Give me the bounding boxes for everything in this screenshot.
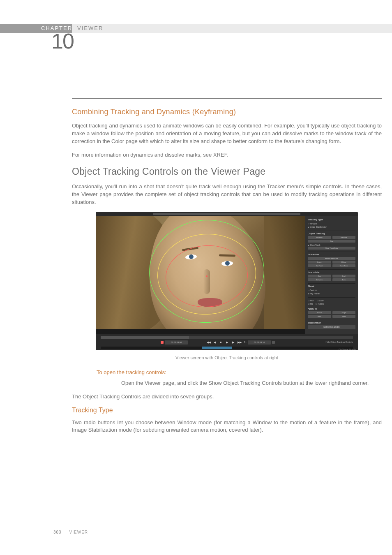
btn-play-icon[interactable]: ▶ <box>225 340 229 344</box>
panel-title-object-tracking: Object Tracking <box>308 232 355 235</box>
btn-apply-target[interactable]: Target <box>332 311 356 314</box>
fig-body: Tracking Type Window Image Stabilization… <box>96 216 358 334</box>
btn-stop[interactable]: Stop <box>308 240 355 243</box>
panel-title-tracking-type: Tracking Type <box>308 218 355 221</box>
fig-window-title <box>153 213 300 215</box>
radio-key-frame[interactable]: Key Frame <box>308 292 355 295</box>
page-footer: 303 VIEWER <box>53 530 88 534</box>
btn-apply-none[interactable]: None <box>332 315 356 318</box>
panel-title-interpolate: Interpolate <box>308 271 355 273</box>
section-title: VIEWER <box>77 25 103 31</box>
figure-wrap: Tracking Type Window Image Stabilization… <box>72 212 382 360</box>
page-number: 303 <box>53 530 62 534</box>
btn-apply-source[interactable]: Source <box>308 311 331 314</box>
subhead-open-tracking: To open the tracking controls: <box>97 369 382 375</box>
btn-track-reverse[interactable]: Reverse <box>332 236 356 239</box>
figure-caption: Viewer screen with Object Tracking contr… <box>175 355 278 360</box>
para-s2-1: Occasionally, you'll run into a shot tha… <box>72 183 382 206</box>
para-s3-2: The Object Tracking Controls are divided… <box>72 393 382 401</box>
btn-enable-interactive[interactable]: Enable Interactive <box>308 257 355 260</box>
fig-transport-controls: ◀◀ ◀ ■ ▶ ▶ ▶▶ ↻ <box>207 340 247 344</box>
heading-object-tracking: Object Tracking Controls on the Viewer P… <box>72 166 382 177</box>
btn-stabilization-enable[interactable]: Stabilization Enable <box>308 325 355 329</box>
chk-tilt[interactable]: Tilt <box>308 302 313 305</box>
panel-title-apply-to: Apply To <box>308 308 355 310</box>
fig-tracking-panel: Tracking Type Window Image Stabilization… <box>305 216 358 334</box>
btn-rewind-icon[interactable]: ◀◀ <box>207 340 210 344</box>
heading-combining: Combining Tracking and Dynamics (Keyfram… <box>72 108 382 116</box>
divider <box>72 98 382 99</box>
chk-zoom[interactable]: Zoom <box>317 299 324 302</box>
para-s1-1: Object tracking and dynamics used to ani… <box>72 122 382 146</box>
btn-track-forward[interactable]: Forward <box>308 236 331 239</box>
fig-timecode-in: 01:00:08:00 <box>165 340 188 345</box>
btn-step-back-icon[interactable]: ◀ <box>213 340 217 344</box>
fig-timecode-out: 01:00:08:16 <box>248 340 271 345</box>
chk-pan[interactable]: Pan <box>308 299 314 302</box>
fig-titlebar <box>96 212 358 216</box>
chk-rotate[interactable]: Rotate <box>316 302 324 305</box>
page-content: Combining Tracking and Dynamics (Keyfram… <box>72 108 382 440</box>
fig-hair-right <box>264 216 305 329</box>
btn-interp-fwd[interactable]: Fwd <box>332 275 356 278</box>
btn-apply-both[interactable]: Both <box>308 315 331 318</box>
para-s3-1: Open the Viewer page, and click the Show… <box>121 379 376 387</box>
fig-scrub-bar[interactable] <box>101 347 353 349</box>
radio-centroid[interactable]: Centroid <box>308 289 355 292</box>
fig-transport-bar: 01:00:08:00 ◀◀ ◀ ■ ▶ ▶ ▶▶ ↻ 01:00:08:16 … <box>96 334 358 350</box>
para-s4-1: Two radio buttons let you choose between… <box>72 419 382 435</box>
btn-track-point[interactable]: Track Point <box>332 264 356 267</box>
fig-center-point <box>206 275 208 277</box>
btn-step-fwd-icon[interactable]: ▶ <box>231 340 235 344</box>
btn-interp-rev[interactable]: Rev <box>308 275 331 278</box>
btn-insert[interactable]: Insert <box>308 261 331 264</box>
btn-interp-both[interactable]: Both <box>332 278 356 281</box>
btn-hide-tracking-controls[interactable]: Hide Object Tracking Controls <box>326 341 353 343</box>
footer-label: VIEWER <box>69 530 88 534</box>
chk-show-track[interactable]: Show Track <box>308 243 355 247</box>
btn-set-point[interactable]: Set Point <box>308 264 331 267</box>
panel-title-stabilization: Stabilization <box>308 321 355 324</box>
btn-interp-between[interactable]: Between <box>308 278 331 281</box>
btn-stop-icon[interactable]: ■ <box>219 340 223 344</box>
btn-ffwd-icon[interactable]: ▶▶ <box>238 340 241 344</box>
figure-viewer-screenshot: Tracking Type Window Image Stabilization… <box>96 212 358 350</box>
fig-credit: Clip Source: Iskander <box>339 349 356 350</box>
btn-loop-icon[interactable]: ↻ <box>244 340 247 344</box>
chapter-number: 10 <box>51 29 74 53</box>
radio-window[interactable]: Window <box>308 222 355 225</box>
panel-title-about: About <box>308 285 355 287</box>
fig-timeline[interactable] <box>101 336 353 339</box>
panel-title-interactive: Interactive <box>308 253 355 256</box>
fig-viewport <box>96 216 305 329</box>
para-s1-2: For more information on dynamics and dis… <box>72 151 382 159</box>
heading-tracking-type: Tracking Type <box>72 407 382 414</box>
btn-delete[interactable]: Delete <box>332 261 356 264</box>
btn-clear-track[interactable]: Clear Track Data <box>308 247 355 250</box>
radio-image-stabilization[interactable]: Image Stabilization <box>308 225 355 229</box>
